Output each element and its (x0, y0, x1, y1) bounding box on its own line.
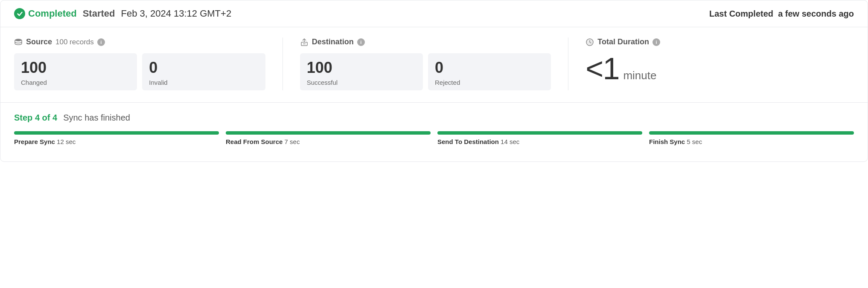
step-item-label: Finish Sync 5 sec (649, 138, 854, 145)
successful-value: 100 (307, 59, 414, 76)
step-item-time: 14 sec (501, 138, 519, 145)
source-icon (14, 38, 23, 46)
svg-point-0 (15, 39, 22, 41)
source-cards: 100 Changed 0 Invalid (14, 53, 265, 90)
source-records: 100 records (55, 38, 94, 46)
invalid-value: 0 (149, 59, 256, 76)
destination-info-icon[interactable]: i (357, 38, 365, 46)
clock-icon (585, 38, 594, 46)
source-panel-title: Source 100 records i (14, 37, 265, 46)
steps-header: Step 4 of 4 Sync has finished (14, 113, 854, 123)
started-label: Started (83, 8, 115, 19)
header-right: Last Completed a few seconds ago (709, 9, 854, 19)
source-info-icon[interactable]: i (97, 38, 105, 46)
stats-section: Source 100 records i 100 Changed 0 Inval… (0, 27, 868, 103)
duration-display: <1 minute (585, 53, 837, 84)
duration-panel-title: Total Duration i (585, 37, 837, 46)
duration-value: <1 (585, 53, 619, 84)
duration-panel: Total Duration i <1 minute (568, 37, 854, 90)
destination-panel-title: Destination i (300, 37, 551, 46)
successful-card: 100 Successful (300, 53, 423, 90)
step-description: Sync has finished (63, 113, 130, 123)
destination-panel: Destination i 100 Successful 0 Rejected (283, 37, 569, 90)
progress-item: Prepare Sync 12 sec (14, 131, 219, 145)
last-completed-label: Last Completed (709, 9, 773, 18)
completed-badge: Completed (14, 8, 77, 19)
destination-cards: 100 Successful 0 Rejected (300, 53, 551, 90)
step-item-time: 12 sec (57, 138, 76, 145)
duration-title: Total Duration (597, 37, 649, 46)
header: Completed Started Feb 3, 2024 13:12 GMT+… (0, 0, 868, 27)
invalid-label: Invalid (149, 79, 256, 86)
destination-title: Destination (312, 37, 354, 46)
progress-item: Send To Destination 14 sec (437, 131, 642, 145)
source-panel: Source 100 records i 100 Changed 0 Inval… (14, 37, 283, 90)
main-container: Completed Started Feb 3, 2024 13:12 GMT+… (0, 0, 868, 162)
last-completed-value: a few seconds ago (778, 9, 854, 18)
changed-label: Changed (21, 79, 128, 86)
rejected-card: 0 Rejected (428, 53, 551, 90)
successful-label: Successful (307, 79, 414, 86)
progress-bar (437, 131, 642, 135)
progress-bars: Prepare Sync 12 sec Read From Source 7 s… (14, 131, 854, 145)
check-circle-icon (14, 8, 25, 19)
progress-item: Finish Sync 5 sec (649, 131, 854, 145)
progress-bar (14, 131, 219, 135)
progress-bar (649, 131, 854, 135)
destination-icon (300, 38, 309, 46)
changed-value: 100 (21, 59, 128, 76)
step-item-label: Read From Source 7 sec (226, 138, 431, 145)
step-item-time: 7 sec (285, 138, 300, 145)
invalid-card: 0 Invalid (142, 53, 265, 90)
header-left: Completed Started Feb 3, 2024 13:12 GMT+… (14, 8, 231, 19)
rejected-label: Rejected (435, 79, 542, 86)
header-date: Feb 3, 2024 13:12 GMT+2 (121, 8, 231, 19)
rejected-value: 0 (435, 59, 542, 76)
changed-card: 100 Changed (14, 53, 137, 90)
progress-item: Read From Source 7 sec (226, 131, 431, 145)
steps-section: Step 4 of 4 Sync has finished Prepare Sy… (0, 103, 868, 161)
step-item-label: Prepare Sync 12 sec (14, 138, 219, 145)
step-item-label: Send To Destination 14 sec (437, 138, 642, 145)
progress-bar (226, 131, 431, 135)
completed-label: Completed (28, 8, 77, 19)
duration-info-icon[interactable]: i (652, 38, 660, 46)
step-label: Step 4 of 4 (14, 113, 57, 123)
source-title: Source (26, 37, 52, 46)
step-item-time: 5 sec (687, 138, 702, 145)
duration-unit: minute (623, 69, 656, 82)
